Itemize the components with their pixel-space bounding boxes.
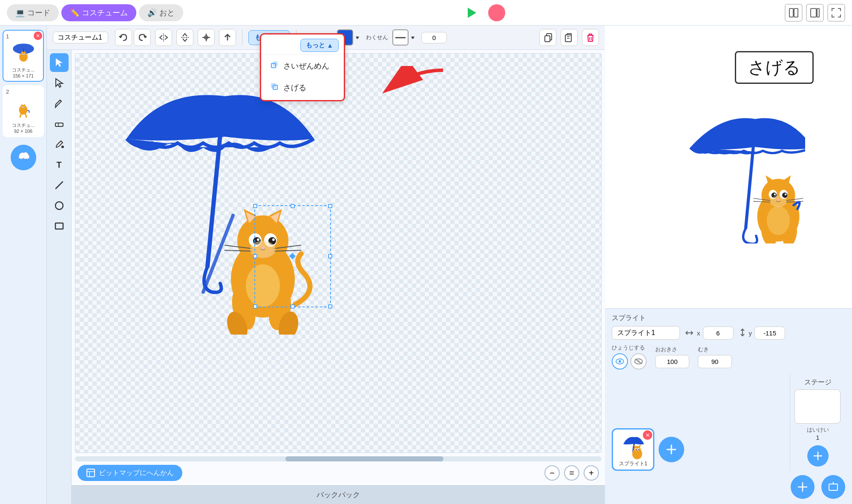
- fill-tool-button[interactable]: [50, 135, 69, 154]
- show-button[interactable]: [612, 353, 628, 369]
- svg-point-107: [636, 449, 637, 450]
- move-up-button[interactable]: [219, 29, 236, 46]
- visibility-group: ひょうじする: [612, 344, 647, 369]
- y-input[interactable]: [754, 326, 785, 340]
- select-tool-button[interactable]: [50, 53, 69, 72]
- y-arrow-icon: [739, 328, 746, 338]
- convert-button[interactable]: ビットマップにへんかん: [78, 465, 182, 481]
- svg-point-71: [250, 241, 276, 258]
- flip-h-button[interactable]: [155, 29, 172, 46]
- stop-button[interactable]: [488, 4, 505, 21]
- svg-rect-1: [789, 9, 793, 17]
- svg-rect-32: [545, 36, 550, 42]
- stage-title: ステージ: [794, 378, 841, 387]
- stage-preview: [605, 26, 852, 309]
- more-btn-inline[interactable]: もっと ▲: [300, 39, 339, 52]
- stage-thumb[interactable]: [794, 389, 840, 424]
- sprite-name-input[interactable]: [612, 326, 680, 340]
- backpack-bar: バックパック: [72, 485, 605, 504]
- align-button[interactable]: [198, 29, 215, 46]
- svg-point-96: [619, 360, 621, 363]
- svg-rect-46: [55, 223, 63, 229]
- sprite-props-row: ひょうじする おおきさ: [612, 344, 845, 369]
- svg-point-108: [638, 449, 639, 450]
- dropdown-header: もっと ▲: [261, 36, 344, 55]
- zoom-controls: − = +: [544, 465, 599, 481]
- copy-button[interactable]: [539, 29, 556, 46]
- direction-value-input[interactable]: [698, 355, 732, 368]
- svg-point-59: [257, 238, 259, 241]
- add-stage-button[interactable]: [807, 445, 829, 467]
- visibility-controls: [612, 353, 647, 369]
- svg-point-13: [22, 54, 23, 55]
- zoom-out-button[interactable]: −: [544, 465, 560, 481]
- text-tool-button[interactable]: T: [50, 155, 69, 174]
- size-input[interactable]: [421, 32, 447, 43]
- size-value-input[interactable]: [655, 355, 689, 368]
- h-scrollbar-thumb[interactable]: [285, 456, 443, 461]
- tab-sound[interactable]: 🔊 おと: [139, 4, 183, 21]
- annotation-text: さげる: [748, 58, 800, 77]
- svg-point-93: [767, 206, 790, 235]
- layout-btn-1[interactable]: [785, 4, 803, 22]
- svg-rect-2: [794, 9, 798, 17]
- svg-line-47: [207, 135, 220, 266]
- delete-button[interactable]: [582, 29, 599, 46]
- sprite-thumb-1[interactable]: ✕: [612, 428, 654, 471]
- costume-item-1[interactable]: 1 ✕: [3, 30, 44, 82]
- fullscreen-btn[interactable]: [827, 4, 845, 22]
- add-stage-btn-2[interactable]: [821, 475, 845, 499]
- flip-v-button[interactable]: [176, 29, 193, 46]
- stroke-color-swatch[interactable]: [392, 29, 409, 46]
- layout-btn-2[interactable]: [806, 4, 824, 22]
- dropdown-item-front-label: さいぜんめん: [283, 61, 329, 71]
- svg-point-8: [20, 52, 26, 57]
- flag-button[interactable]: [463, 3, 481, 22]
- hide-button[interactable]: [630, 353, 647, 369]
- reshape-tool-button[interactable]: [50, 74, 69, 92]
- zoom-reset-button[interactable]: =: [564, 465, 579, 481]
- costume-delete-1[interactable]: ✕: [34, 32, 42, 40]
- add-sprite-button[interactable]: [659, 437, 684, 462]
- h-scrollbar[interactable]: [75, 456, 602, 461]
- svg-point-94: [770, 196, 787, 207]
- undo-button[interactable]: [115, 29, 132, 46]
- add-costume-button[interactable]: [11, 145, 36, 170]
- sprite-delete-btn[interactable]: ✕: [643, 430, 652, 440]
- costume-label-2: コスチュ...92 × 106: [6, 122, 40, 134]
- line-tool-button[interactable]: [50, 176, 69, 195]
- circle-tool-button[interactable]: [50, 196, 69, 215]
- direction-group: むき: [698, 346, 732, 368]
- add-sprite-btn-2[interactable]: [791, 475, 815, 499]
- costume-item-2[interactable]: 2 コスチュ...92 × 106: [3, 85, 44, 137]
- backpack-label: バックパック: [317, 490, 360, 500]
- tab-code[interactable]: 💻 コード: [7, 4, 59, 21]
- canvas-wrapper[interactable]: ✥: [75, 53, 602, 453]
- pencil-tool-button[interactable]: [50, 94, 69, 113]
- dropdown-item-back-label: さげる: [283, 83, 306, 93]
- x-label: x: [697, 329, 700, 337]
- stage-section: ステージ はいけい 1: [790, 374, 845, 471]
- paste-button[interactable]: [561, 29, 578, 46]
- top-right: [785, 4, 845, 22]
- costume-name-input[interactable]: [53, 32, 108, 43]
- zoom-in-button[interactable]: +: [584, 465, 599, 481]
- redo-button[interactable]: [134, 29, 151, 46]
- dropdown-item-back[interactable]: さげる: [261, 77, 344, 98]
- svg-marker-17: [21, 104, 23, 106]
- more-btn-arrow-icon: ▲: [327, 42, 333, 49]
- size-group: おおきさ: [655, 346, 689, 368]
- size-section: [421, 32, 447, 43]
- front-icon: [270, 60, 279, 72]
- svg-point-45: [55, 202, 63, 209]
- stage-bg-count: 1: [794, 434, 841, 441]
- rect-tool-button[interactable]: [50, 217, 69, 235]
- eraser-tool-button[interactable]: [50, 115, 69, 133]
- more-btn-inline-label: もっと: [306, 41, 325, 49]
- svg-marker-18: [24, 104, 26, 106]
- y-coord-group: y: [739, 326, 786, 340]
- stroke-label: わくせん: [366, 34, 388, 41]
- tab-costume[interactable]: ✏️ コスチューム: [61, 4, 136, 21]
- dropdown-item-front[interactable]: さいぜんめん: [261, 55, 344, 77]
- x-input[interactable]: [703, 326, 734, 340]
